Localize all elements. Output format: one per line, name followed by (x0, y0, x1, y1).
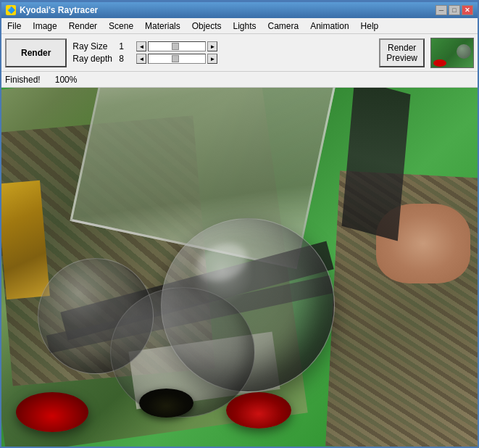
menu-render[interactable]: Render (63, 20, 103, 32)
menu-objects[interactable]: Objects (186, 20, 228, 32)
render-button[interactable]: Render (5, 38, 67, 67)
maximize-button[interactable]: □ (449, 5, 460, 15)
title-bar-left: 🔷 Kyodai's Raytracer (6, 5, 98, 15)
menu-image[interactable]: Image (27, 20, 62, 32)
menu-bar: File Image Render Scene Materials Object… (1, 18, 478, 34)
preview-scene (431, 38, 474, 68)
ray-size-row: Ray Size 1 ◄ ► (72, 41, 217, 51)
ray-depth-thumb[interactable] (172, 55, 179, 62)
ray-size-thumb[interactable] (172, 43, 179, 50)
menu-materials[interactable]: Materials (139, 20, 186, 32)
title-controls: ─ □ ✕ (436, 5, 473, 15)
preview-thumbnail (430, 38, 474, 68)
app-icon: 🔷 (6, 5, 16, 15)
render-canvas (1, 88, 478, 447)
ray-size-left-arrow[interactable]: ◄ (136, 41, 146, 51)
ray-depth-row: Ray depth 8 ◄ ► (72, 54, 217, 64)
controls-group: Ray Size 1 ◄ ► Ray depth 8 ◄ (72, 41, 217, 64)
render-preview-button[interactable]: Render Preview (379, 38, 425, 67)
preview-red (433, 59, 446, 67)
window-title: Kyodai's Raytracer (20, 5, 98, 15)
red-bowl-1 (16, 392, 88, 432)
menu-help[interactable]: Help (355, 20, 385, 32)
status-bar: Finished! 100% (1, 72, 478, 88)
minimize-button[interactable]: ─ (436, 5, 447, 15)
dark-bowl (139, 389, 193, 418)
menu-lights[interactable]: Lights (227, 20, 262, 32)
menu-file[interactable]: File (1, 20, 27, 32)
ray-size-track[interactable] (148, 41, 206, 51)
ray-depth-slider[interactable]: ◄ ► (136, 54, 217, 64)
menu-animation[interactable]: Animation (304, 20, 354, 32)
render-preview-label-1: Render (388, 43, 416, 53)
ray-size-value: 1 (119, 41, 133, 51)
status-progress: 100% (55, 75, 78, 85)
render-preview-label-2: Preview (386, 53, 417, 63)
preview-sphere (457, 44, 471, 59)
ray-depth-track[interactable] (148, 54, 206, 64)
red-bowl-2 (226, 392, 291, 428)
toolbar: Render Ray Size 1 ◄ ► Ray depth 8 ◄ (1, 34, 478, 72)
menu-camera[interactable]: Camera (262, 20, 305, 32)
ray-depth-label: Ray depth (72, 54, 116, 64)
title-bar: 🔷 Kyodai's Raytracer ─ □ ✕ (1, 2, 478, 18)
status-finished: Finished! (5, 75, 41, 85)
ray-size-right-arrow[interactable]: ► (207, 41, 217, 51)
ray-size-label: Ray Size (72, 41, 116, 51)
ray-size-slider[interactable]: ◄ ► (136, 41, 217, 51)
ray-depth-right-arrow[interactable]: ► (207, 54, 217, 64)
menu-scene[interactable]: Scene (103, 20, 139, 32)
close-button[interactable]: ✕ (462, 5, 473, 15)
ray-depth-left-arrow[interactable]: ◄ (136, 54, 146, 64)
ray-depth-value: 8 (119, 54, 133, 64)
main-window: 🔷 Kyodai's Raytracer ─ □ ✕ File Image Re… (0, 0, 479, 448)
